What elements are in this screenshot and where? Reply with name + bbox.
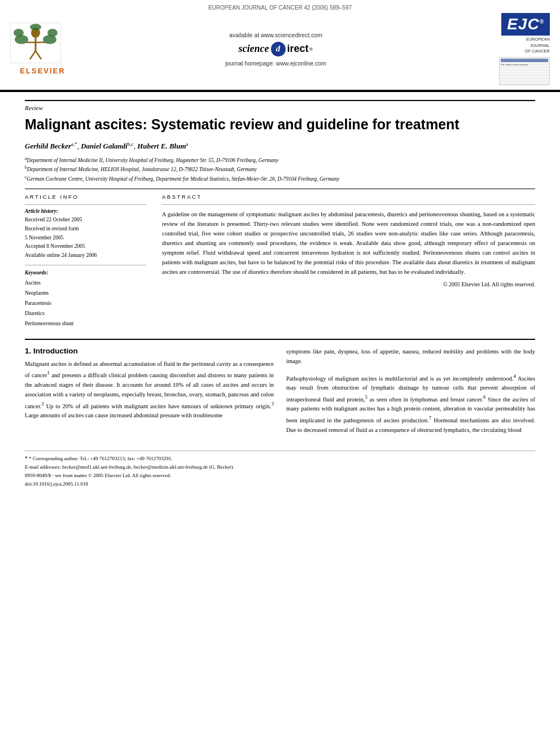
reg-mark: ®	[309, 46, 313, 52]
body-text-col2-p1: symptoms like pain, dyspnea, loss of app…	[286, 347, 535, 366]
article-info-column: ARTICLE INFO Article history: Received 2…	[25, 194, 146, 329]
journal-url: available at www.sciencedirect.com	[75, 32, 476, 38]
author3: Hubert E. Blum	[137, 142, 186, 150]
copyright-line: © 2005 Elsevier Ltd. All rights reserved…	[162, 281, 535, 287]
info-abstract-columns: ARTICLE INFO Article history: Received 2…	[25, 194, 535, 329]
footnote-doi: doi:10.1016/j.ejca.2005.11.018	[25, 480, 535, 488]
footnote-issn: 0959-8049/$ - see front matter © 2005 El…	[25, 471, 535, 480]
footnote-corresponding: * * Corresponding author: Tel.: +49 7612…	[25, 454, 535, 464]
info-divider-mid	[25, 265, 146, 265]
footnote-area: * * Corresponding author: Tel.: +49 7612…	[25, 451, 535, 488]
author2: Daniel Galandi	[81, 142, 128, 150]
ejc-thumbnail: EJC article content preview	[499, 57, 550, 85]
history-received: Received 22 October 2005 Received in rev…	[25, 216, 146, 260]
svg-point-9	[47, 29, 58, 37]
ejc-logo: EJC® EUROPEANJOURNALOF CANCER EJC articl…	[476, 13, 550, 85]
author3-sup: a	[186, 141, 189, 147]
section-label: Review	[25, 100, 535, 111]
footnote-email-line: E-mail addresses: becker@med1.ukl.uni-fr…	[25, 463, 535, 471]
elsevier-logo: ELSEVIER	[10, 23, 75, 75]
journal-reference: EUROPEAN JOURNAL OF CANCER 42 (2006) 589…	[208, 5, 352, 11]
affiliations: aDepartment of Internal Medicine II, Uni…	[25, 155, 535, 183]
ejc-subtitle: EUROPEANJOURNALOF CANCER	[525, 37, 550, 55]
d-circle-icon: d	[271, 42, 286, 56]
journal-header: EUROPEAN JOURNAL OF CANCER 42 (2006) 589…	[0, 0, 560, 92]
body-col-right: symptoms like pain, dyspnea, loss of app…	[286, 347, 535, 435]
section1-heading: 1. Introduction	[25, 347, 274, 355]
elsevier-tree-icon	[10, 23, 61, 63]
abstract-divider-top	[162, 204, 535, 205]
journal-homepage: journal homepage: www.ejconline.com	[75, 60, 476, 67]
science-text: science	[239, 43, 269, 55]
body-text-col1: Malignant ascites is defined as abnormal…	[25, 359, 274, 421]
author1-sup: a,*	[71, 141, 77, 147]
info-divider-top	[25, 204, 146, 205]
keywords-list: Ascites Neoplasms Paracentesis Diuretics…	[25, 278, 146, 329]
abstract-header: ABSTRACT	[162, 194, 535, 200]
body-col-left: 1. Introduction Malignant ascites is def…	[25, 347, 274, 435]
elsevier-label: ELSEVIER	[10, 67, 75, 75]
author2-sup: b,c	[128, 141, 134, 147]
ejc-badge: EJC®	[501, 13, 550, 36]
body-text-col2-p2: Pathophysiology of malignant ascites is …	[286, 372, 535, 435]
article-title: Malignant ascites: Systematic review and…	[25, 116, 535, 133]
footnote-email-text: E-mail addresses: becker@med1.ukl.uni-fr…	[25, 464, 234, 470]
sciencedirect-logo: science d irect ®	[75, 42, 476, 56]
affiliation-c: cGerman Cochrane Centre, University Hosp…	[25, 174, 535, 183]
journal-center: available at www.sciencedirect.com scien…	[75, 32, 476, 67]
article-body: Review Malignant ascites: Systematic rev…	[0, 92, 560, 497]
article-history-label: Article history:	[25, 208, 146, 214]
footnote-doi-text: doi:10.1016/j.ejca.2005.11.018	[25, 481, 88, 487]
section-title: Introduction	[33, 347, 78, 355]
svg-point-8	[14, 29, 24, 37]
footnote-corresponding-text: * Corresponding author: Tel.: +49 761270…	[29, 456, 172, 461]
affiliation-b: bDepartment of Internal Medicine, HELIOS…	[25, 164, 535, 173]
abstract-column: ABSTRACT A guideline on the management o…	[162, 194, 535, 329]
keywords-label: Keywords:	[25, 270, 146, 276]
author1: Gerhild Becker	[25, 142, 71, 150]
ejc-reg: ®	[540, 19, 544, 25]
article-info-header: ARTICLE INFO	[25, 194, 146, 200]
header-content: ELSEVIER available at www.sciencedirect.…	[10, 13, 550, 90]
authors-line: Gerhild Beckera,*, Daniel Galandib,c, Hu…	[25, 141, 535, 151]
affiliation-a: aDepartment of Internal Medicine II, Uni…	[25, 155, 535, 164]
top-reference-bar: EUROPEAN JOURNAL OF CANCER 42 (2006) 589…	[10, 5, 550, 13]
direct-text: irect	[287, 43, 309, 55]
svg-point-10	[30, 24, 41, 30]
divider-1	[25, 189, 535, 189]
section-number: 1.	[25, 347, 31, 355]
main-content: 1. Introduction Malignant ascites is def…	[25, 339, 535, 435]
footnote-issn-text: 0959-8049/$ - see front matter © 2005 El…	[25, 473, 171, 478]
ejc-text: EJC	[507, 15, 539, 33]
star-icon: *	[25, 455, 28, 461]
abstract-text: A guideline on the management of symptom…	[162, 209, 535, 277]
